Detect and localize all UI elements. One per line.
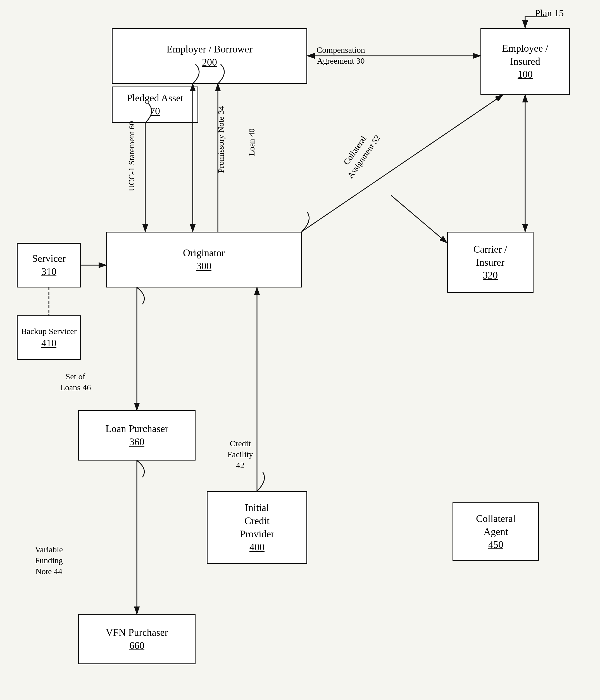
initial-line3: Provider bbox=[240, 527, 274, 541]
servicer-line2: 310 bbox=[41, 265, 56, 278]
employer-borrower-box: Employer / Borrower 200 bbox=[112, 28, 307, 84]
pledged-asset-box: Pledged Asset 70 bbox=[112, 86, 198, 123]
loan-purchaser-line2: 360 bbox=[129, 435, 144, 449]
initial-credit-box: Initial Credit Provider 400 bbox=[207, 491, 307, 564]
plan-label: Plan 15 bbox=[535, 8, 564, 19]
collateral-assignment-label: Collateral Assignment 52 bbox=[319, 109, 390, 192]
employee-line2: Insured bbox=[510, 55, 540, 68]
backup-line1: Backup Servicer bbox=[21, 326, 76, 336]
svg-line-13 bbox=[391, 195, 447, 243]
employer-line2: 200 bbox=[202, 56, 217, 69]
servicer-line1: Servicer bbox=[32, 252, 66, 265]
compensation-agreement-label: Compensation Agreement 30 bbox=[302, 33, 380, 66]
variable-funding-note-label: Variable Funding Note 44 bbox=[17, 533, 81, 577]
carrier-line1: Carrier / bbox=[474, 243, 507, 256]
diagram-arrows bbox=[0, 0, 600, 700]
loan-purchaser-box: Loan Purchaser 360 bbox=[78, 410, 195, 460]
originator-line1: Originator bbox=[183, 246, 225, 259]
loan40-label: Loan 40 bbox=[246, 95, 257, 190]
vfn-purchaser-box: VFN Purchaser 660 bbox=[78, 614, 195, 664]
employee-line3: 100 bbox=[518, 68, 533, 81]
initial-line4: 400 bbox=[249, 541, 265, 554]
collateral-line1: Collateral bbox=[476, 512, 515, 525]
backup-servicer-box: Backup Servicer 410 bbox=[17, 316, 81, 360]
employer-line1: Employer / Borrower bbox=[167, 43, 253, 56]
vfn-line2: 660 bbox=[129, 639, 144, 652]
servicer-box: Servicer 310 bbox=[17, 243, 81, 288]
originator-box: Originator 300 bbox=[106, 232, 302, 288]
pledged-line2: 70 bbox=[150, 105, 160, 118]
ucc1-label: UCC-1 Statement 60 bbox=[126, 111, 137, 201]
backup-line2: 410 bbox=[41, 336, 56, 350]
employee-line1: Employee / bbox=[502, 42, 548, 55]
vfn-line1: VFN Purchaser bbox=[106, 626, 168, 639]
collateral-line2: Agent bbox=[483, 525, 508, 539]
collateral-line3: 450 bbox=[488, 538, 503, 551]
carrier-line3: 320 bbox=[483, 269, 498, 282]
initial-line2: Credit bbox=[244, 515, 269, 527]
employee-insured-box: Employee / Insured 100 bbox=[480, 28, 570, 95]
carrier-line2: Insurer bbox=[476, 256, 504, 269]
set-of-loans-label: Set of Loans 46 bbox=[47, 360, 103, 393]
plan-text: Plan 15 bbox=[535, 8, 564, 18]
pledged-line1: Pledged Asset bbox=[127, 92, 184, 105]
originator-line2: 300 bbox=[196, 259, 212, 273]
loan-purchaser-line1: Loan Purchaser bbox=[105, 422, 168, 435]
carrier-insurer-box: Carrier / Insurer 320 bbox=[447, 232, 533, 293]
credit-facility-label: Credit Facility 42 bbox=[212, 427, 268, 471]
initial-line1: Initial bbox=[245, 501, 269, 515]
collateral-agent-box: Collateral Agent 450 bbox=[453, 502, 539, 561]
promissory-label: Promissory Note 34 bbox=[215, 89, 226, 190]
